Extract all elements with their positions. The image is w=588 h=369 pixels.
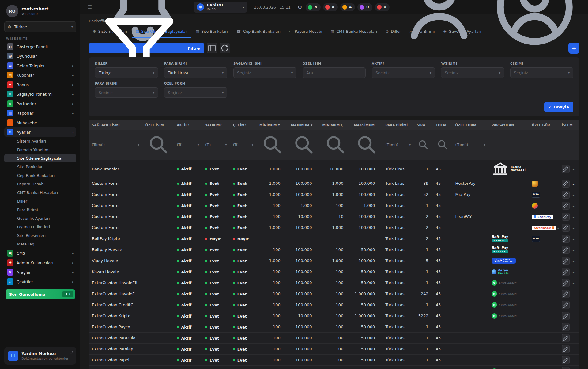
sidebar-subitem-meta-tag[interactable]: Meta Tag [4,240,76,248]
edit-button[interactable] [562,367,570,369]
sidebar-subitem-g-venlik-ayarlar[interactable]: Güvenlik Ayarları [4,214,76,223]
sidebar-item-eviriler[interactable]: ⊕Çeviriler▸ [4,277,76,286]
language-select[interactable]: ⊕ Türkçe ▾ [4,21,76,32]
user-card[interactable]: RO root-robert Wisesuite [4,4,76,18]
sidebar-item-oyuncular[interactable]: ☻Oyuncular [4,51,76,61]
tab-cep-bank-bankalar[interactable]: ☎Cep Bank Bankaları [232,26,285,38]
sidebar-subitem-cep-bank-bankalar[interactable]: Cep Bank Bankaları [4,171,76,180]
sidebar-subitem-sistem-ayarlar[interactable]: Sistem Ayarları [4,137,76,145]
sidebar-subitem-diller[interactable]: Diller [4,197,76,205]
column-header-total[interactable]: TOTAL [433,120,452,130]
filter-select[interactable]: Türkçe▾ [95,67,158,78]
filter-input[interactable]: Ara... [303,67,366,78]
column-header-yatirim[interactable]: YATIRIM? [202,120,230,130]
search-icon[interactable] [291,132,316,157]
edit-button[interactable] [562,334,570,342]
column-header-mi-ni-mum-y[interactable]: MİNİMUM Y... [256,120,288,130]
column-filter-select[interactable]: (Tü...▾ [177,143,199,147]
search-icon[interactable] [354,132,379,157]
column-header-eki-m[interactable]: ÇEKİM? [230,120,256,130]
sidebar-item-g-sterge-paneli[interactable]: ◧Gösterge Paneli [4,42,76,51]
tab-g-venlik-ayarlar[interactable]: ✚Güvenlik Ayarları [439,26,485,38]
column-header-maksi-mum[interactable]: MAKSİMUM ... [351,120,382,130]
edit-button[interactable] [562,246,570,254]
sidebar-subitem-para-birimi[interactable]: Para Birimi [4,206,76,214]
filter-select[interactable]: Seçiniz▾ [233,67,296,78]
gear-icon[interactable]: ⚙ [298,4,302,10]
sidebar-item-cms[interactable]: ▣CMS▸ [4,249,76,258]
sidebar-subitem-domain-y-netimi[interactable]: Domain Yönetimi [4,146,76,154]
sidebar-item-bonus[interactable]: ✦Bonus▸ [4,80,76,89]
filter-select[interactable]: Seçiniz...▾ [372,67,435,78]
sidebar-subitem-site-bile-enleri[interactable]: Site Bileşenleri [4,231,76,240]
edit-button[interactable] [562,301,570,309]
filter-button[interactable]: Filtre [89,43,204,53]
edit-button[interactable] [562,312,570,320]
sidebar-item-partnerler[interactable]: ◈Partnerler▸ [4,99,76,108]
column-header-zel-form[interactable]: ÖZEL FORM [452,120,488,130]
search-icon[interactable] [417,138,430,151]
edit-button[interactable] [562,180,570,188]
tab-cmt-banka-hesaplar[interactable]: ▥CMT Banka Hesapları [327,26,381,38]
add-button[interactable]: + [568,43,579,54]
sidebar-item-ara-lar[interactable]: ⚒Araçlar▸ [4,268,76,277]
filter-select[interactable]: Seçiniz▾ [164,87,227,98]
sidebar-item-ayarlar[interactable]: ⚙Ayarlar▾ [4,127,76,137]
tab-para-birimi[interactable]: ¤Para Birimi [405,26,439,38]
sidebar-subitem-papara-hesab[interactable]: Papara Hesabı [4,180,76,188]
columns-button[interactable] [207,43,217,53]
column-header-i-lem[interactable]: İŞLEM [559,120,579,130]
edit-button[interactable] [562,345,570,353]
sidebar-item-gelen-talepler[interactable]: ⇄Gelen Talepler▸ [4,61,76,70]
edit-button[interactable] [562,235,570,243]
refresh-button[interactable] [220,43,230,53]
edit-button[interactable] [562,290,570,298]
sidebar-subitem-site-deme-sa-lay-c-lar[interactable]: Site Ödeme Sağlayıcılar [4,154,76,162]
column-filter-select[interactable]: (Tümü)▾ [385,143,411,147]
column-header-zel-g-rsel[interactable]: ÖZEL GÖRSEL [529,120,559,130]
column-header-maximum-y[interactable]: MAXIMUM Y... [288,120,319,130]
orange-counter-badge[interactable]: 4 [340,3,355,11]
tab-diller[interactable]: ⊕Diller [382,26,405,38]
search-icon[interactable] [322,132,348,157]
edit-button[interactable] [562,165,570,173]
sidebar-item-sa-lay-c-y-netimi[interactable]: ❖Sağlayıcı Yönetimi▸ [4,89,76,99]
call-counter-badge[interactable]: 0 [375,3,390,11]
edit-button[interactable] [562,202,570,210]
red-counter-badge[interactable]: 4 [323,3,338,11]
site-select[interactable]: ⊕ BahisXL ID: 50 ▾ [194,2,247,13]
column-filter-select[interactable]: (Tü...▾ [233,143,253,147]
edit-button[interactable] [562,224,570,232]
column-filter-select[interactable]: (Tü...▾ [205,143,227,147]
green-counter-badge[interactable]: 8 [306,3,320,11]
tab-papara-hesab[interactable]: ▭Papara Hesabı [285,26,326,38]
filter-select[interactable]: Seçiniz▾ [95,87,158,98]
edit-button[interactable] [562,191,570,199]
column-filter-select[interactable]: (Tümü)▾ [455,143,485,147]
column-header-mi-ni-mum[interactable]: MİNİMUM Ç... [319,120,351,130]
search-icon[interactable] [145,132,171,157]
search-icon[interactable] [436,138,449,151]
column-header-akti-f[interactable]: AKTİF? [174,120,202,130]
sidebar-subitem-cmt-banka-hesaplar[interactable]: CMT Banka Hesapları [4,188,76,197]
column-header-sira[interactable]: SIRA [414,120,433,130]
column-header-para-bi-ri-mi[interactable]: PARA BİRİMİ [382,120,414,130]
sidebar-subitem-oyuncu-etiketleri[interactable]: Oyuncu Etiketleri [4,223,76,231]
last-update-button[interactable]: Son Güncelleme 13 [6,289,75,299]
edit-button[interactable] [562,213,570,221]
column-filter-select[interactable]: (Tümü)▾ [92,143,139,147]
purple-counter-badge[interactable]: 0 [357,3,372,11]
filter-select[interactable]: Türk Lirası▾ [164,67,227,78]
edit-button[interactable] [562,323,570,331]
filter-select[interactable]: Seçiniz...▾ [510,67,573,78]
sidebar-item-admin-kullan-c-lar[interactable]: ✚Admin Kullanıcıları▸ [4,258,76,267]
help-center-card[interactable]: ❐ Yardım Merkezi Dokümantasyon ve rehber… [4,347,76,365]
column-header-sa-layici-i-smi[interactable]: SAĞLAYICI İSMİ [89,120,142,130]
tab-site-bankalar[interactable]: ▥Site Bankaları [192,26,232,38]
sidebar-subitem-site-bankalar[interactable]: Site Bankaları [4,163,76,171]
column-header-zel-i-si-m[interactable]: ÖZEL İSİM [142,120,174,130]
edit-button[interactable] [562,268,570,276]
filter-select[interactable]: Seçiniz...▾ [441,67,504,78]
approve-button[interactable]: ✓ Onayla [544,102,573,112]
sidebar-item-kuponlar[interactable]: ▤Kuponlar▸ [4,70,76,80]
